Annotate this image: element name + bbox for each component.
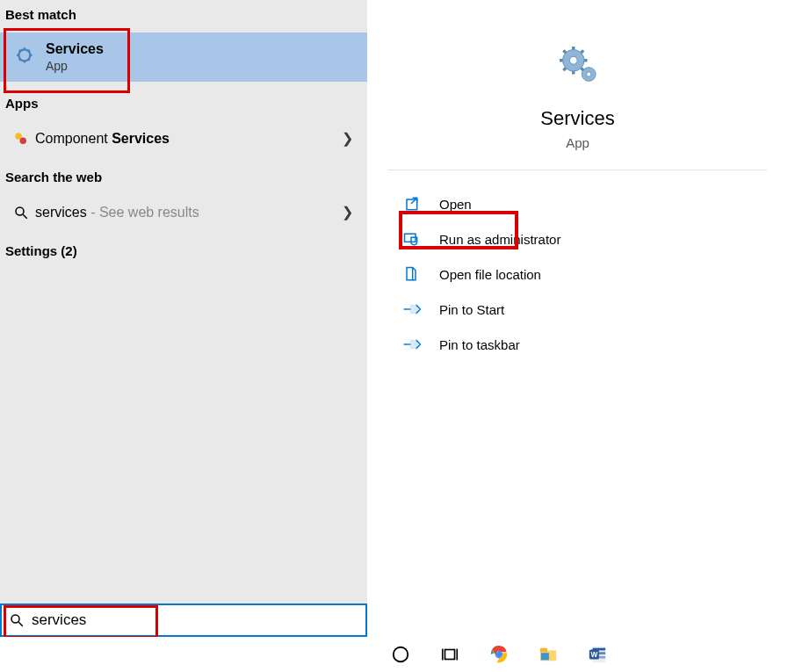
svg-line-22 bbox=[581, 50, 583, 53]
svg-point-14 bbox=[569, 56, 577, 64]
settings-header: Settings (2) bbox=[0, 229, 367, 269]
svg-text:W: W bbox=[590, 651, 597, 659]
preview-title: Services bbox=[540, 107, 614, 130]
search-input[interactable] bbox=[32, 605, 365, 635]
svg-line-19 bbox=[563, 50, 566, 53]
svg-line-33 bbox=[18, 622, 23, 626]
svg-line-8 bbox=[28, 50, 30, 52]
component-services-icon bbox=[7, 131, 35, 147]
action-pintaskbar-label: Pin to taskbar bbox=[439, 337, 520, 352]
svg-point-34 bbox=[394, 647, 408, 662]
file-explorer-icon[interactable] bbox=[536, 646, 560, 663]
chevron-right-icon: ❯ bbox=[342, 204, 360, 220]
action-pin-taskbar[interactable]: Pin to taskbar bbox=[367, 327, 788, 362]
svg-line-5 bbox=[19, 50, 21, 52]
action-admin-label: Run as administrator bbox=[439, 232, 560, 247]
apps-item-component-services[interactable]: Component Services ❯ bbox=[0, 121, 367, 155]
action-open[interactable]: Open bbox=[367, 186, 788, 221]
search-icon bbox=[7, 205, 35, 220]
search-results-pane: Best match Services App Apps bbox=[0, 0, 367, 637]
action-open-label: Open bbox=[439, 197, 472, 212]
preview-subtitle: App bbox=[566, 135, 589, 150]
best-match-title: Services bbox=[46, 41, 104, 57]
preview-pane: Services App Open bbox=[367, 0, 788, 637]
services-gear-icon bbox=[7, 46, 46, 69]
preview-header: Services App bbox=[388, 0, 767, 170]
folder-icon bbox=[402, 265, 429, 283]
search-icon bbox=[2, 612, 32, 628]
svg-line-6 bbox=[28, 59, 30, 61]
open-icon bbox=[402, 195, 429, 213]
chrome-icon[interactable] bbox=[487, 645, 511, 664]
svg-point-11 bbox=[16, 207, 24, 215]
apps-header: Apps bbox=[0, 82, 367, 121]
svg-point-24 bbox=[586, 72, 590, 76]
svg-rect-35 bbox=[445, 650, 455, 660]
web-item-services[interactable]: services - See web results ❯ bbox=[0, 195, 367, 229]
svg-rect-44 bbox=[541, 653, 549, 660]
pin-start-icon bbox=[402, 301, 429, 317]
svg-rect-29 bbox=[410, 305, 417, 313]
web-item-label: services - See web results bbox=[35, 205, 342, 220]
svg-rect-43 bbox=[540, 648, 547, 653]
apps-item-label: Component Services bbox=[35, 131, 342, 147]
svg-rect-25 bbox=[407, 199, 417, 210]
services-large-gear-icon bbox=[553, 40, 603, 93]
best-match-header: Best match bbox=[0, 0, 367, 33]
svg-point-10 bbox=[20, 137, 27, 144]
svg-point-41 bbox=[496, 652, 502, 657]
actions-list: Open Run as administrator bbox=[367, 170, 788, 362]
svg-line-21 bbox=[563, 69, 566, 71]
action-open-location[interactable]: Open file location bbox=[367, 257, 788, 292]
best-match-item-services[interactable]: Services App bbox=[0, 33, 367, 82]
action-run-admin[interactable]: Run as administrator bbox=[367, 221, 788, 257]
svg-line-12 bbox=[23, 214, 27, 219]
task-view-icon[interactable] bbox=[437, 645, 462, 664]
taskbar: W bbox=[0, 637, 788, 672]
best-match-subtitle: App bbox=[46, 59, 104, 73]
search-bar[interactable] bbox=[0, 603, 367, 637]
action-pin-start[interactable]: Pin to Start bbox=[367, 292, 788, 327]
pin-taskbar-icon bbox=[402, 336, 429, 352]
cortana-icon[interactable] bbox=[388, 645, 413, 664]
web-header: Search the web bbox=[0, 155, 367, 195]
action-pinstart-label: Pin to Start bbox=[439, 302, 504, 317]
svg-rect-31 bbox=[410, 340, 417, 348]
chevron-right-icon: ❯ bbox=[342, 130, 360, 147]
shield-icon bbox=[402, 230, 429, 248]
action-location-label: Open file location bbox=[439, 267, 541, 282]
svg-line-7 bbox=[19, 59, 21, 61]
svg-point-32 bbox=[11, 615, 19, 623]
word-icon[interactable]: W bbox=[585, 645, 610, 664]
